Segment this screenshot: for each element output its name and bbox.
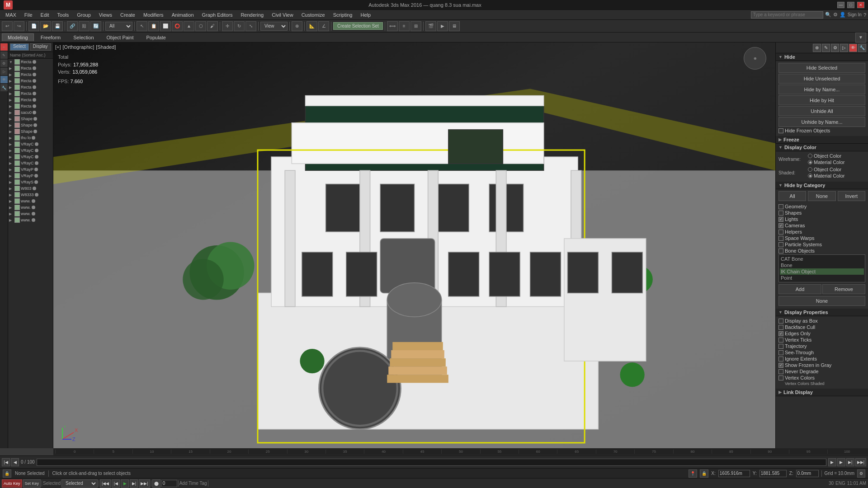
dp-check-item[interactable]: Never Degrade <box>778 369 865 374</box>
category-check-item[interactable]: Lights <box>778 216 865 222</box>
bone-list-item[interactable]: Bone <box>780 262 864 268</box>
next-key-bt-button[interactable]: ▶| <box>130 479 138 488</box>
wireframe-material-color[interactable]: Material Color <box>808 160 844 165</box>
tab-options-button[interactable]: ▼ <box>855 33 866 42</box>
dp-check-item[interactable]: Show Frozen in Gray <box>778 362 865 368</box>
display-color-header[interactable]: ▼ Display Color <box>776 144 868 151</box>
z-input[interactable] <box>796 470 819 477</box>
tab-selection[interactable]: Selection <box>67 33 99 41</box>
display-properties-header[interactable]: ▼ Display Properties <box>776 309 868 316</box>
snap-toggle[interactable]: 📍 <box>689 469 697 478</box>
display-mode-button[interactable]: Display <box>30 43 51 51</box>
render-button[interactable]: ▶ <box>437 21 448 31</box>
tab-freeform[interactable]: Freeform <box>35 33 67 41</box>
viewport[interactable]: [+] [Orthographic] [Shaded] Total Polys:… <box>53 42 775 448</box>
modify-icon[interactable]: ✎ <box>0 52 8 59</box>
object-list-item[interactable]: ▶ W803 <box>8 185 53 192</box>
menu-customize[interactable]: Customize <box>298 11 329 19</box>
object-list-item[interactable]: ▶ VRayC <box>8 160 53 166</box>
freeze-section-header[interactable]: ▶ Freeze <box>776 136 868 144</box>
object-list-item[interactable]: ▶ www. <box>8 198 53 204</box>
menu-help[interactable]: Help <box>357 11 374 19</box>
prev-frame-button[interactable]: |◀ <box>2 458 10 466</box>
object-list-item[interactable]: ▶ www. <box>8 211 53 217</box>
align-button[interactable]: ≡ <box>399 21 410 31</box>
hierarchy-icon[interactable]: ⚙ <box>0 60 8 67</box>
auto-key-button[interactable]: Auto Key <box>2 479 22 488</box>
lock-button[interactable]: 🔒 <box>3 469 11 478</box>
prev-key-button[interactable]: ◀ <box>11 458 19 466</box>
category-check-item[interactable]: Shapes <box>778 210 865 216</box>
display-icon[interactable]: 👁 <box>0 76 8 83</box>
y-input[interactable] <box>760 470 787 477</box>
object-list-item[interactable]: ▼ Recta <box>8 59 53 65</box>
object-list-item[interactable]: ▶ Recta <box>8 103 53 109</box>
dp-check-item[interactable]: Edges Only <box>778 331 865 336</box>
dp-check-item[interactable]: Vertex Ticks <box>778 337 865 343</box>
viewport-ortho-label[interactable]: [Orthographic] <box>63 44 94 50</box>
pivot-button[interactable]: ⊕ <box>292 21 302 31</box>
object-list-item[interactable]: ▶ Recta <box>8 84 53 90</box>
hide-selected-button[interactable]: Hide Selected <box>778 63 865 73</box>
rp-icon-display[interactable]: 👁 <box>849 44 857 52</box>
menu-file[interactable]: File <box>21 11 36 19</box>
next-frame-button[interactable]: ▶| <box>846 458 854 466</box>
ref-coord-dropdown[interactable]: View <box>260 22 288 31</box>
shaded-material-color[interactable]: Material Color <box>808 173 844 178</box>
save-button[interactable]: 💾 <box>52 21 63 31</box>
unhide-by-name-button[interactable]: Unhide by Name... <box>778 117 865 127</box>
key-mode-button[interactable]: ⬤ <box>152 479 160 488</box>
dp-check-item[interactable]: Trajectory <box>778 343 865 349</box>
object-list-item[interactable]: ▶ W8333 <box>8 192 53 198</box>
remove-bone-button[interactable]: Remove <box>822 284 865 294</box>
menu-civil-view[interactable]: Civil View <box>268 11 297 19</box>
close-button[interactable]: ✕ <box>857 2 864 8</box>
rect-select-button[interactable]: ⬜ <box>160 21 171 31</box>
object-list-item[interactable]: ▶ Recta <box>8 71 53 78</box>
menu-edit[interactable]: Edit <box>37 11 53 19</box>
create-icon[interactable]: + <box>0 43 8 51</box>
select-mode-button[interactable]: Select <box>10 43 29 51</box>
circle-select-button[interactable]: ⭕ <box>172 21 183 31</box>
wireframe-object-color[interactable]: Object Color <box>808 153 844 159</box>
spinner-snap-button[interactable]: 📐 <box>307 21 317 31</box>
category-none-button[interactable]: None <box>808 191 835 201</box>
unhide-all-button[interactable]: Unhide All <box>778 106 865 116</box>
scale-button[interactable]: ⤡ <box>245 21 256 31</box>
dp-check-item[interactable]: See-Through <box>778 350 865 355</box>
search-input[interactable] <box>751 11 823 19</box>
link-button[interactable]: 🔗 <box>67 21 78 31</box>
render-setup-button[interactable]: 🎬 <box>425 21 436 31</box>
bone-none-button[interactable]: None <box>778 296 865 306</box>
maximize-button[interactable]: □ <box>847 2 854 8</box>
add-bone-button[interactable]: Add <box>778 284 821 294</box>
rp-icon-4[interactable]: ▷ <box>840 44 848 52</box>
hide-section-header[interactable]: ▼ Hide <box>776 53 868 61</box>
snap-options[interactable]: 🔒 <box>700 469 708 478</box>
utilities-icon[interactable]: 🔧 <box>0 84 8 91</box>
last-frame-button[interactable]: ▶▶| <box>855 458 866 466</box>
layer-manager-button[interactable]: ⊞ <box>410 21 421 31</box>
menu-graph-editors[interactable]: Graph Editors <box>198 11 236 19</box>
create-selection-set-button[interactable]: Create Selection Set <box>333 22 383 30</box>
tab-populate[interactable]: Populate <box>140 33 171 41</box>
select-name-button[interactable]: 📋 <box>148 21 159 31</box>
rp-icon-2[interactable]: ✎ <box>822 44 830 52</box>
menu-animation[interactable]: Animation <box>168 11 198 19</box>
minimize-button[interactable]: — <box>837 2 844 8</box>
play-anim-button[interactable]: ▶ <box>121 479 129 488</box>
shaded-object-color[interactable]: Object Color <box>808 167 844 172</box>
menu-rendering[interactable]: Rendering <box>237 11 267 19</box>
next-key-button[interactable]: ▶ <box>837 458 845 466</box>
undo-button[interactable]: ↩ <box>2 21 13 31</box>
menu-tools[interactable]: Tools <box>54 11 73 19</box>
play-button[interactable]: ▶ <box>828 458 836 466</box>
help-icon[interactable]: ? <box>863 12 866 18</box>
category-check-item[interactable]: Particle Systems <box>778 242 865 247</box>
rp-icon-3[interactable]: ⚙ <box>831 44 839 52</box>
object-list-item[interactable]: ▶ Recta <box>8 90 53 97</box>
rotate-button[interactable]: ↻ <box>234 21 245 31</box>
object-list-item[interactable]: ▶ Recta <box>8 97 53 103</box>
category-check-item[interactable]: Geometry <box>778 204 865 209</box>
link-display-header[interactable]: ▶ Link Display <box>776 389 868 396</box>
